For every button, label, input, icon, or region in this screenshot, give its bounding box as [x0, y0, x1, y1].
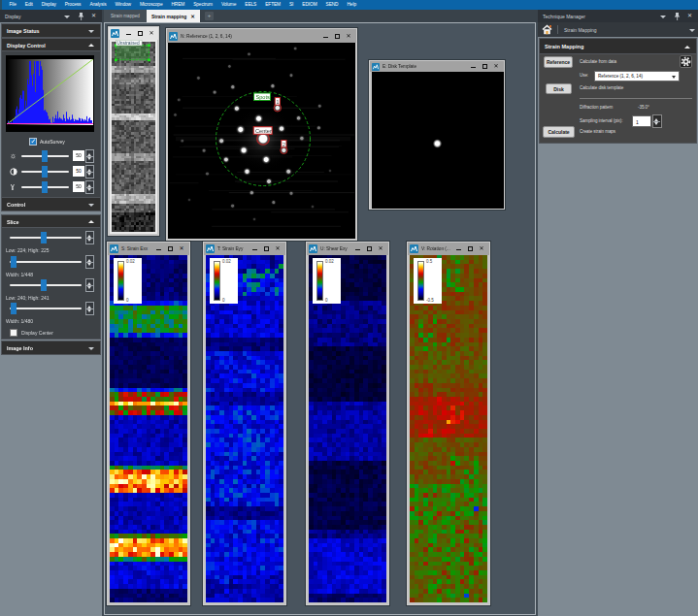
contrast-slider-thumb[interactable] [42, 166, 48, 178]
menu-file[interactable]: File [5, 0, 20, 10]
section-image-status[interactable]: Image Status [2, 24, 100, 37]
strain-exx-image[interactable] [110, 255, 187, 602]
menu-analysis[interactable]: Analysis [85, 0, 111, 10]
strain-eyy-window[interactable]: T: Strain Eyy ✕ 0.02 0 [203, 242, 286, 605]
menu-volume[interactable]: Volume [216, 0, 240, 10]
menu-send[interactable]: SEND [321, 0, 343, 10]
tab-strain-mapping[interactable]: Strain mapping ✕ [147, 10, 200, 22]
maximize-button[interactable] [260, 243, 272, 255]
minimize-button[interactable] [452, 243, 464, 255]
pin-icon[interactable] [674, 13, 681, 20]
slice-slider4-thumb[interactable] [11, 303, 17, 314]
minimize-button[interactable] [122, 27, 134, 40]
menu-microscope[interactable]: Microscope [135, 0, 167, 10]
rotation-window[interactable]: V: Rotation (... ✕ 0.5 -0.5 [407, 242, 490, 605]
slice-slider2-track[interactable] [10, 261, 82, 263]
strain-exx-window[interactable]: S: Strain Exx ✕ 0.02 0 [107, 242, 190, 605]
center-label[interactable]: Center [253, 127, 272, 135]
reference-button[interactable]: Reference [544, 56, 573, 68]
survey-window-titlebar[interactable]: ✕ [109, 27, 158, 40]
home-icon[interactable] [542, 24, 552, 35]
shear-exy-window-titlebar[interactable]: U: Shear Exy ✕ [307, 243, 388, 255]
chevron-down-icon[interactable] [64, 13, 71, 19]
disk-button[interactable]: Disk [546, 83, 572, 94]
contrast-value[interactable]: 50 [73, 166, 84, 177]
section-strain-mapping[interactable]: Strain Mapping [540, 39, 696, 54]
slice-slider3-thumb[interactable] [41, 279, 47, 291]
reference-window-titlebar[interactable]: N: Reference (1, 2, 6, 14) ✕ [167, 29, 356, 43]
slice-spinner1[interactable] [85, 231, 94, 244]
brightness-spinner[interactable] [85, 149, 94, 163]
disk-window-titlebar[interactable]: E: Disk Template ✕ [370, 61, 504, 72]
menu-si[interactable]: SI [284, 0, 297, 10]
maximize-button[interactable] [464, 243, 476, 255]
gamma-spinner[interactable] [85, 180, 94, 194]
disk-template-window[interactable]: E: Disk Template ✕ [369, 60, 505, 210]
close-button[interactable]: ✕ [476, 243, 487, 255]
chevron-down-icon[interactable] [688, 26, 695, 33]
slice-slider4-track[interactable] [10, 308, 82, 309]
spots-label[interactable]: Spots [254, 93, 271, 101]
minimize-button[interactable] [249, 243, 260, 255]
calculate-button[interactable]: Calculate [543, 126, 575, 138]
minimize-button[interactable] [319, 30, 331, 43]
section-display-control[interactable]: Display Control [2, 39, 100, 51]
histogram-plot[interactable] [7, 59, 93, 125]
slice-slider1-thumb[interactable] [41, 232, 47, 243]
slice-spinner2[interactable] [85, 255, 94, 269]
gamma-value[interactable]: 50 [73, 181, 84, 192]
settings-button[interactable] [680, 55, 692, 68]
strain-exx-window-titlebar[interactable]: S: Strain Exx ✕ [108, 243, 189, 255]
menu-edit[interactable]: Edit [20, 0, 37, 10]
menu-display[interactable]: Display [37, 0, 60, 10]
contrast-spinner[interactable] [85, 165, 94, 178]
menu-eftem[interactable]: EFTEM [261, 0, 285, 10]
section-slice[interactable]: Slice [2, 215, 100, 228]
slice-spinner3[interactable] [85, 278, 94, 292]
menu-help[interactable]: Help [343, 0, 360, 10]
reference-select[interactable]: Reference (1, 2, 6, 14) [594, 71, 680, 81]
tab-strain-mapped[interactable]: Strain mapped [104, 10, 147, 22]
gamma-curve-line[interactable] [7, 59, 93, 124]
brightness-value[interactable]: 50 [73, 150, 84, 161]
rotation-image[interactable] [410, 255, 487, 602]
menu-spectrum[interactable]: Spectrum [189, 0, 217, 10]
close-icon[interactable]: ✕ [687, 13, 692, 19]
reference-window[interactable]: N: Reference (1, 2, 6, 14) ✕ SpotsCenter… [166, 28, 357, 241]
menu-process[interactable]: Process [60, 0, 85, 10]
close-button[interactable]: ✕ [490, 61, 502, 72]
pin-icon[interactable] [78, 13, 84, 20]
close-button[interactable]: ✕ [146, 27, 157, 40]
gamma-slider-thumb[interactable] [42, 181, 48, 193]
close-button[interactable]: ✕ [272, 243, 283, 255]
menu-ediom[interactable]: EDIOM [298, 0, 321, 10]
survey-image-window[interactable]: ✕ Unstrained [108, 26, 159, 236]
g1-label[interactable]: 1 [275, 98, 280, 106]
chevron-down-icon[interactable] [660, 13, 667, 19]
technique-selector[interactable]: Strain Mapping [564, 27, 688, 33]
autosurvey-checkbox[interactable] [29, 138, 37, 146]
unstrained-roi[interactable] [116, 46, 149, 60]
g2-label[interactable]: 2 [282, 141, 286, 147]
slice-slider2-thumb[interactable] [11, 256, 17, 268]
diffraction-pattern[interactable]: SpotsCenter12 [168, 43, 355, 239]
maximize-button[interactable] [363, 243, 375, 255]
maximize-button[interactable] [479, 61, 490, 72]
minimize-button[interactable] [351, 243, 363, 255]
close-icon[interactable]: ✕ [91, 13, 96, 19]
minimize-button[interactable] [152, 243, 164, 255]
tab-close-icon[interactable]: ✕ [190, 14, 195, 19]
menu-hrem[interactable]: HREM [167, 0, 189, 10]
menu-window[interactable]: Window [111, 0, 135, 10]
section-image-info[interactable]: Image Info [2, 341, 100, 354]
slice-spinner4[interactable] [85, 302, 94, 315]
strain-eyy-image[interactable] [206, 255, 283, 602]
close-button[interactable]: ✕ [176, 243, 187, 255]
section-control[interactable]: Control [2, 198, 100, 211]
strain-eyy-window-titlebar[interactable]: T: Strain Eyy ✕ [204, 243, 285, 255]
sampling-interval-input[interactable]: 1 [632, 115, 651, 127]
menu-eels[interactable]: EELS [241, 0, 261, 10]
close-button[interactable]: ✕ [375, 243, 386, 255]
disk-template-image[interactable] [372, 72, 504, 209]
maximize-button[interactable] [164, 243, 176, 255]
